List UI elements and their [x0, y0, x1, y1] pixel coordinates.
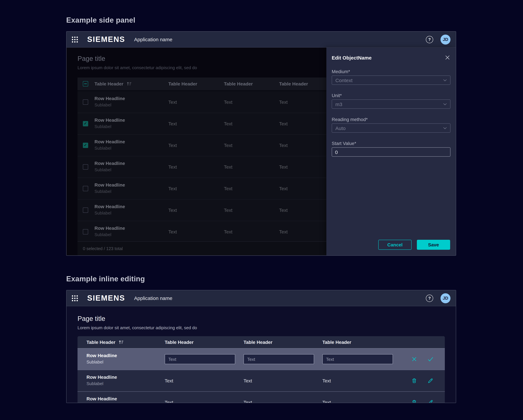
- row-cell: Text: [279, 186, 288, 191]
- inline-edit-input[interactable]: [165, 354, 235, 364]
- row-sublabel: Sublabel: [95, 102, 111, 107]
- select-value: Context: [335, 77, 352, 83]
- delete-icon[interactable]: [411, 377, 417, 384]
- app-launcher-icon[interactable]: [72, 295, 78, 301]
- column-header-sorted[interactable]: Table Header: [87, 336, 124, 348]
- start-value-input[interactable]: [332, 147, 450, 157]
- inline-edit-input[interactable]: [244, 354, 314, 364]
- app-window-side-panel: SIEMENS Application name JD Page title L…: [66, 31, 456, 256]
- table-row[interactable]: Row Headline Sublabel Text Text Text: [78, 178, 327, 200]
- row-cell: Text: [279, 99, 288, 105]
- cancel-edit-icon[interactable]: [411, 356, 417, 363]
- table-row[interactable]: Row Headline Sublabel Text Text Text: [78, 156, 327, 178]
- row-sublabel: Sublabel: [95, 189, 111, 194]
- app-launcher-icon[interactable]: [72, 36, 78, 42]
- row-checkbox[interactable]: [83, 229, 88, 234]
- medium-select[interactable]: Context: [332, 75, 450, 85]
- table-row[interactable]: Row Headline Sublabel Text Text Text: [78, 91, 327, 113]
- column-header[interactable]: Table Header: [165, 336, 194, 348]
- table-row[interactable]: Row Headline Sublabel Text Text Text: [78, 135, 327, 156]
- row-cell: Text: [224, 143, 232, 148]
- help-icon[interactable]: [426, 294, 433, 302]
- select-all-checkbox[interactable]: [83, 81, 88, 87]
- column-header[interactable]: Table Header: [244, 336, 272, 348]
- application-name: Application name: [134, 295, 172, 301]
- row-cell: Text: [279, 164, 288, 170]
- row-headline: Row Headline: [95, 117, 125, 123]
- column-header[interactable]: Table Header: [279, 78, 308, 90]
- column-header[interactable]: Table Header: [322, 336, 351, 348]
- table-row[interactable]: Row Headline Sublabel Text Text Text: [78, 221, 327, 242]
- column-header[interactable]: Table Header: [168, 78, 197, 90]
- confirm-edit-icon[interactable]: [427, 356, 434, 363]
- row-cell: Text: [244, 378, 252, 383]
- reading-method-select[interactable]: Auto: [332, 123, 450, 133]
- row-cell: Text: [244, 400, 252, 403]
- delete-icon[interactable]: [411, 399, 417, 403]
- row-cell: Text: [165, 400, 173, 403]
- row-cell: Text: [165, 378, 173, 383]
- row-sublabel: Sublabel: [95, 167, 111, 172]
- row-headline: Row Headline: [87, 353, 117, 358]
- row-headline: Row Headline: [95, 226, 125, 231]
- avatar[interactable]: JD: [441, 293, 450, 303]
- row-sublabel: Sublabel: [87, 381, 103, 386]
- page-title: Page title: [78, 55, 105, 63]
- column-header-sorted[interactable]: Table Header: [95, 78, 132, 90]
- table-row[interactable]: Row Headline Sublabel Text Text Text: [78, 370, 445, 391]
- row-cell: Text: [279, 229, 288, 234]
- side-panel-title: Edit ObjectName: [332, 55, 372, 61]
- row-checkbox[interactable]: [83, 143, 88, 148]
- chevron-down-icon: [443, 103, 447, 105]
- row-headline: Row Headline: [95, 161, 125, 166]
- close-icon[interactable]: [445, 55, 450, 60]
- sort-ascending-icon: [118, 340, 124, 345]
- field-label: Reading method*: [332, 117, 368, 122]
- table-row[interactable]: Row Headline Sublabel Text Text Text: [78, 200, 327, 221]
- help-icon[interactable]: [426, 36, 433, 43]
- row-cell: Text: [224, 229, 232, 234]
- main-content: Page title Lorem ipsum dolor sit amet, c…: [66, 306, 456, 403]
- app-window-inline-editing: SIEMENS Application name JD Page title L…: [66, 290, 456, 403]
- row-cell: Text: [224, 164, 232, 170]
- page-subtitle: Lorem ipsum dolor sit amet, consectetur …: [78, 325, 197, 330]
- select-value: Auto: [335, 125, 346, 131]
- row-cell: Text: [279, 143, 288, 148]
- row-checkbox[interactable]: [83, 164, 88, 170]
- chevron-down-icon: [443, 79, 447, 81]
- page-title: Page title: [78, 315, 105, 323]
- section-title-side-panel: Example side panel: [66, 16, 135, 24]
- inline-edit-table: Table Header Table Header Table Header T…: [78, 336, 445, 403]
- row-checkbox[interactable]: [83, 186, 88, 191]
- row-cell: Text: [168, 143, 177, 148]
- column-header[interactable]: Table Header: [224, 78, 253, 90]
- app-header: SIEMENS Application name JD: [66, 32, 456, 48]
- unit-select[interactable]: m3: [332, 99, 450, 109]
- application-name: Application name: [134, 37, 172, 42]
- row-checkbox[interactable]: [83, 121, 88, 126]
- inline-edit-input[interactable]: [322, 354, 393, 364]
- section-title-inline-editing: Example inline editing: [66, 275, 145, 283]
- row-checkbox[interactable]: [83, 99, 88, 105]
- select-value: m3: [335, 101, 342, 107]
- design-canvas: Example side panel SIEMENS Application n…: [0, 0, 523, 420]
- row-checkbox[interactable]: [83, 208, 88, 213]
- edit-icon[interactable]: [427, 377, 434, 384]
- table-footer: 0 selected / 123 total: [78, 242, 327, 255]
- siemens-logo: SIEMENS: [87, 35, 125, 44]
- row-headline: Row Headline: [87, 374, 117, 380]
- table-row[interactable]: Row Headline Sublabel Text Text Text: [78, 391, 445, 403]
- siemens-logo: SIEMENS: [87, 294, 125, 303]
- save-button[interactable]: Save: [417, 240, 450, 250]
- row-cell: Text: [224, 208, 232, 213]
- table-body: Row Headline Sublabel Text Text Text Row…: [78, 91, 327, 242]
- app-header: SIEMENS Application name JD: [66, 290, 456, 306]
- table-row[interactable]: Row Headline Sublabel Text Text Text: [78, 113, 327, 135]
- edit-icon[interactable]: [427, 399, 434, 403]
- avatar[interactable]: JD: [441, 34, 450, 44]
- row-cell: Text: [279, 121, 288, 126]
- cancel-button[interactable]: Cancel: [378, 240, 412, 250]
- row-cell: Text: [168, 208, 177, 213]
- row-cell: Text: [224, 99, 232, 105]
- row-cell: Text: [322, 400, 331, 403]
